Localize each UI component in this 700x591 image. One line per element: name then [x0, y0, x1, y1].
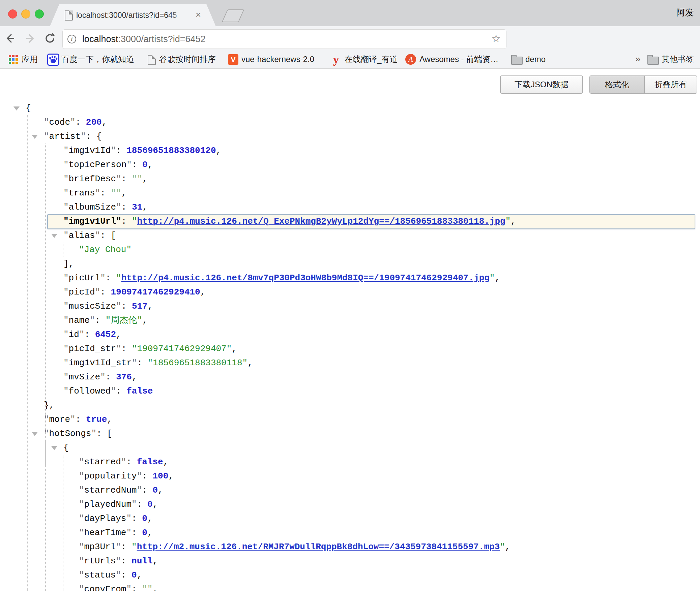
json-key: "status": [79, 570, 121, 580]
json-key: "mvSize": [63, 372, 106, 382]
json-number: 0: [152, 485, 158, 495]
json-string: ": [505, 216, 511, 226]
json-punctuation: :: [116, 146, 126, 156]
json-number: 0: [142, 528, 147, 538]
back-button[interactable]: [4, 32, 16, 44]
json-key: "mp3Url": [79, 542, 121, 552]
browser-toolbar: i localhost:3000/artists?id=6452 ☆ 英 en …: [0, 26, 700, 51]
json-key: "playedNum": [79, 499, 137, 509]
bookmarks-overflow-chevron[interactable]: »: [635, 51, 641, 68]
json-string: ": [500, 542, 505, 552]
address-bar[interactable]: i localhost:3000/artists?id=6452 ☆: [62, 29, 506, 49]
json-number: 31: [132, 202, 142, 212]
json-string: "": [132, 174, 142, 184]
folder-icon: [511, 57, 523, 65]
vue-hn-icon: V: [228, 54, 238, 65]
minimize-window-button[interactable]: [21, 9, 30, 19]
json-punctuation: ,: [107, 414, 112, 425]
format-toggle-button[interactable]: 格式化: [590, 76, 645, 93]
json-punctuation: ,: [152, 499, 158, 509]
json-key: "briefDesc": [63, 174, 121, 184]
json-punctuation: ,: [511, 216, 516, 226]
json-tree: {"code": 200,"artist": {"img1v1Id": 1856…: [0, 101, 700, 591]
json-number: 517: [132, 301, 148, 311]
json-string: "": [142, 584, 152, 591]
json-punctuation: ,: [121, 188, 127, 198]
json-line: "dayPlays": 0,: [0, 511, 700, 526]
json-key: "alias": [63, 230, 100, 241]
json-number: 0: [147, 499, 153, 509]
json-line: "rtUrls": null,: [0, 554, 700, 568]
json-line: ],: [0, 257, 700, 271]
json-line: "popularity": 100,: [0, 469, 700, 483]
url-link[interactable]: http://p4.music.126.net/Q_ExePNkmgB2yWyL…: [137, 216, 505, 226]
url-link[interactable]: http://m2.music.126.net/RMJR7wDullRqppBk…: [137, 542, 500, 552]
view-mode-toggle: 格式化 折叠所有: [589, 75, 697, 94]
url-link[interactable]: http://p4.music.126.net/8mv7qP30Pd3oHW8b…: [121, 273, 490, 283]
json-key: "img1v1Url": [63, 216, 121, 226]
json-punctuation: :: [121, 216, 132, 226]
json-string: ": [116, 273, 121, 283]
json-line: "Jay Chou": [0, 243, 700, 257]
json-punctuation: :: [132, 514, 142, 524]
json-string: ": [132, 542, 137, 552]
collapse-toggle-icon[interactable]: [32, 432, 38, 436]
bookmarks-bar: 应用 百度一下，你就知道 谷歌按时间排序 V vue-hackernews-2.…: [0, 51, 700, 69]
json-punctuation: :: [132, 160, 142, 170]
download-json-button[interactable]: 下载JSON数据: [500, 75, 583, 94]
json-key: "picId": [63, 287, 100, 297]
url-host: localhost: [82, 34, 118, 44]
maximize-window-button[interactable]: [35, 9, 44, 19]
json-punctuation: ,: [148, 301, 153, 311]
collapse-toggle-icon[interactable]: [51, 446, 57, 450]
collapse-toggle-icon[interactable]: [51, 234, 57, 238]
json-string: "19097417462929407": [132, 344, 232, 354]
active-tab[interactable]: localhost:3000/artists?id=645 ×: [50, 4, 216, 26]
json-punctuation: :: [132, 584, 142, 591]
json-string: ": [132, 216, 137, 226]
json-line: "mvSize": 376,: [0, 370, 700, 384]
reload-button[interactable]: [44, 32, 56, 44]
json-line: "musicSize": 517,: [0, 299, 700, 313]
json-punctuation: ,: [142, 202, 148, 212]
tab-close-button[interactable]: ×: [192, 4, 205, 26]
json-line: {: [0, 101, 700, 115]
json-line: "trans": "",: [0, 186, 700, 200]
json-key: "code": [44, 117, 76, 127]
json-punctuation: ,: [247, 358, 253, 368]
json-punctuation: :: [100, 287, 111, 297]
new-tab-button[interactable]: [222, 9, 244, 22]
page-info-icon[interactable]: i: [67, 35, 76, 43]
json-key: "popularity": [79, 471, 142, 481]
json-line: "name": "周杰伦",: [0, 313, 700, 328]
json-line: "albumSize": 31,: [0, 200, 700, 214]
json-punctuation: ,: [232, 344, 237, 354]
json-key: "albumSize": [63, 202, 121, 212]
json-line: "img1v1Url": "http://p4.music.126.net/Q_…: [0, 214, 700, 228]
json-line: },: [0, 398, 700, 412]
collapse-toggle-icon[interactable]: [13, 106, 20, 111]
json-line: "picUrl": "http://p4.music.126.net/8mv7q…: [0, 271, 700, 285]
json-punctuation: ,: [505, 542, 511, 552]
close-window-button[interactable]: [8, 9, 17, 19]
json-key: "followed": [63, 386, 116, 396]
bookmark-star-icon[interactable]: ☆: [491, 30, 501, 49]
awesomes-icon: A: [405, 54, 416, 65]
json-punctuation: ,: [142, 174, 148, 184]
youdao-icon: y: [333, 53, 339, 66]
json-punctuation: },: [44, 400, 54, 410]
json-punctuation: :: [116, 386, 126, 396]
forward-button[interactable]: [24, 32, 36, 44]
collapse-toggle-icon[interactable]: [32, 135, 38, 139]
json-line: "id": 6452,: [0, 328, 700, 342]
json-number: 0: [132, 570, 137, 580]
profile-name[interactable]: 阿发: [676, 7, 694, 19]
json-line: "img1v1Id_str": "18569651883380118",: [0, 356, 700, 370]
json-number: false: [137, 457, 163, 467]
json-punctuation: ,: [200, 287, 206, 297]
json-punctuation: :: [121, 556, 132, 566]
json-punctuation: :: [142, 471, 152, 481]
json-punctuation: ,: [163, 457, 169, 467]
url-text[interactable]: localhost:3000/artists?id=6452: [82, 30, 206, 49]
collapse-all-button[interactable]: 折叠所有: [645, 76, 697, 93]
